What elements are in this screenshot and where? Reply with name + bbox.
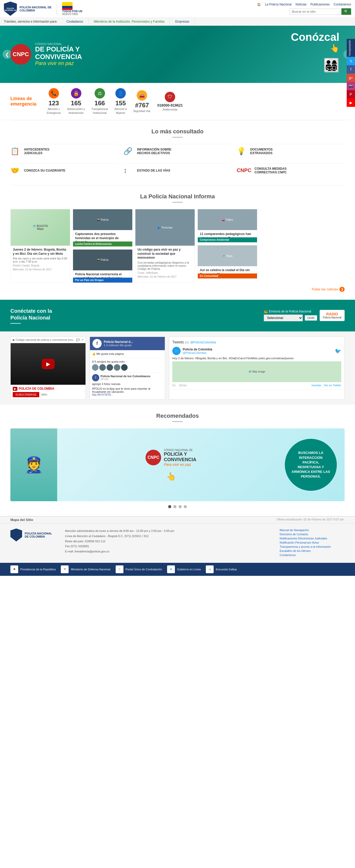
twitter-social-button[interactable]: 𝕏	[347, 57, 355, 65]
rec-hand-pointer: 👆	[166, 472, 176, 481]
banner-hand-icon: 👆	[291, 43, 340, 53]
radio-wave-icon: 📻	[264, 310, 268, 313]
youtube-social-button[interactable]: ▶	[347, 98, 355, 107]
policia-shield-logo: POLICÍA NACIONAL DE	[4, 2, 17, 16]
news-card-img-codigo: 👥 Personas	[135, 209, 195, 246]
news-grid-row1: 🗺️ BOGOTÁMapa Jueves 2 de febrero: Bogot…	[10, 209, 345, 283]
logo-area: POLICÍA NACIONAL DE POLICÍA NACIONAL DE …	[4, 2, 83, 16]
news-card-img-putumayo: 🚗 Tráfico	[198, 209, 257, 230]
emergency-item-123: 📞 123 Atención yEmergencia	[47, 88, 61, 115]
google-social-button[interactable]: g+	[347, 73, 355, 82]
footer-main: POLICÍA NACIONAL DE COLOMBIA Atención ad…	[0, 523, 355, 563]
emergency-label-166: TransparenciaInstitucional	[92, 107, 108, 114]
news-card-codigo[interactable]: 👥 Personas Un código para vivir en paz y…	[135, 209, 195, 283]
consulted-item-cuadrante[interactable]: 🤝 CONOZCA SU CUADRANTE	[10, 163, 118, 177]
footer-link-notif-personal[interactable]: Notificación Personal por Aviso	[280, 541, 345, 544]
fb-friend-avatar-1	[92, 364, 98, 371]
consulted-section: Lo más consultado 📋 ANTECEDENTESJUDICIAL…	[0, 120, 355, 185]
twitter-bird-icon: 🐦	[335, 348, 341, 354]
incorporacion-button[interactable]: Incorporación	[347, 39, 355, 57]
fb-post-page: Policía Nacional de los Colombianos	[101, 375, 151, 378]
search-input[interactable]	[290, 8, 342, 15]
flag-blue	[62, 6, 72, 8]
footer-contact-line5: E-mail: lineadirecta@policia.gov.co	[65, 549, 272, 554]
consulted-icon-hechos: 🔗	[124, 147, 134, 155]
search-button[interactable]: 🔍	[342, 8, 351, 15]
tweet-ver-twitter-link[interactable]: Ver en Twitter	[324, 384, 341, 387]
all-news-anchor[interactable]: Todas las noticias ❯	[311, 287, 345, 292]
facebook-social-button[interactable]: f	[347, 65, 355, 73]
rec-center-content: CNPC CÓDIGO NACIONAL DE POLICÍA Y CONVIV…	[57, 449, 285, 481]
consulted-icon-cnpc: CNPC	[237, 167, 252, 174]
emergency-icon-phone: 📞	[49, 88, 59, 98]
footer-link-escalafon[interactable]: Escalafón de los Héroes	[280, 549, 345, 552]
contactenos-nav-link[interactable]: Contáctenos	[334, 3, 351, 6]
consulted-item-documentos[interactable]: 💡 DOCUMENTOSEXTRAVIADOS	[237, 144, 345, 158]
news-card-celebra[interactable]: 🗺️ Mapa Así se celebra la ciudad el Día …	[197, 245, 257, 279]
footer-gallup: 📊 Encuesta Gallup	[206, 565, 237, 573]
tramites-miembros[interactable]: Miembros de la Institución, Pensionados …	[89, 18, 170, 26]
news-card-col2: 📸 Policía Capturamos dos presuntos homic…	[73, 209, 133, 283]
consulted-item-hechos[interactable]: 🔗 INFORMACIÓN SOBREHECHOS DELICTIVOS	[124, 144, 231, 158]
publicaciones-nav-link[interactable]: Publicaciones	[311, 3, 330, 6]
consulted-item-antecedentes[interactable]: 📋 ANTECEDENTESJUDICIALES	[10, 144, 118, 158]
rec-cnpc-circle: CNPC	[146, 450, 161, 465]
consulted-item-cnpc[interactable]: CNPC CONSULTA MEDIDASCORRECTIVAS CNPC	[237, 163, 345, 177]
consulted-divider	[172, 137, 183, 137]
social-sidebar: Incorporación 𝕏 f g+ 📷 P ▶	[347, 39, 355, 107]
consulted-title: Lo más consultado	[10, 128, 345, 135]
instagram-social-button[interactable]: 📷	[347, 82, 355, 90]
news-card-putumayo[interactable]: 🚗 Tráfico 11 comparendos pedagógicos han…	[197, 209, 257, 243]
tweet-user-info: 🐦 Policía de Colombia @PolicíaColombia 🐦	[172, 347, 341, 355]
rec-dot-4[interactable]	[184, 505, 187, 508]
consulted-item-vias[interactable]: ↕ ESTADO DE LAS VÍAS	[124, 163, 231, 177]
cnpc-logo-circle: CNPC	[10, 44, 31, 65]
emergency-number-123: 123	[47, 99, 61, 107]
radio-listen-button[interactable]: ODIR	[305, 315, 317, 320]
tweet-avatar: 🐦	[172, 347, 181, 355]
consulted-icon-cuadrante: 🤝	[10, 166, 21, 175]
fb-friend-avatar-3	[106, 364, 113, 371]
home-nav-link[interactable]: 🏠	[257, 3, 261, 6]
news-card-microtraf[interactable]: 📸 Policía Policía Nacional contrarresta …	[73, 249, 133, 283]
consulted-grid: 📋 ANTECEDENTESJUDICIALES 🔗 INFORMACIÓN S…	[10, 144, 345, 177]
news-card-bici[interactable]: 🗺️ BOGOTÁMapa Jueves 2 de febrero: Bogot…	[10, 209, 70, 283]
recomendados-divider	[172, 422, 183, 422]
youtube-video-player[interactable]: ▶	[11, 343, 86, 385]
footer-defensa-text: Ministerio de Defensa Nacional	[71, 568, 110, 571]
header-nav-search: 🏠 La Policía Nacional Noticias Publicaci…	[257, 3, 351, 15]
radio-station-select[interactable]: Seleccionar	[264, 315, 303, 321]
youtube-header-controls: 💬 ↗	[76, 338, 84, 342]
youtube-chat-icon: 💬	[76, 338, 80, 342]
noticias-nav-link[interactable]: Noticias	[295, 3, 306, 6]
radio-label-area: 📻 Emisora de la Policía Nacional Selecci…	[264, 310, 317, 321]
emergency-number-155: 155	[115, 99, 127, 107]
policia-nav-link[interactable]: La Policía Nacional	[265, 3, 292, 6]
youtube-play-button[interactable]: ▶	[41, 359, 55, 369]
emergency-icon-car: 🚗	[137, 90, 147, 101]
rec-dot-3[interactable]	[179, 505, 182, 508]
youtube-subscribe-button[interactable]: SUBSCRIBIRSE	[13, 392, 39, 397]
radio-controls: Seleccionar ODIR	[264, 315, 317, 321]
rec-badge-circle: BUSCAMOS LA INTERACCIÓN PACÍFICA, RESPET…	[285, 439, 337, 491]
footer-link-directorio[interactable]: Directorio de Contacto	[280, 533, 345, 536]
youtube-header: ▶ Código nacional de policía y convivenc…	[11, 337, 86, 343]
footer-logo-line2: DE COLOMBIA	[25, 535, 52, 538]
rec-dot-1[interactable]	[168, 505, 171, 508]
youtube-widget: ▶ Código nacional de policía y convivenc…	[10, 337, 86, 400]
footer-link-manual[interactable]: Manual de Navegación	[280, 528, 345, 532]
fb-friend-avatar-5	[121, 364, 128, 371]
tramites-ciudadanos[interactable]: Ciudadanos	[61, 18, 89, 26]
tweet-insertar-link[interactable]: Insertar	[312, 384, 321, 387]
youtube-video-count-icon: ▶	[13, 338, 15, 341]
tramites-empresas[interactable]: Empresas	[170, 18, 195, 26]
rec-cnpc-label3: CONVIVENCIA	[164, 457, 196, 462]
banner-people-emoji: 👨‍👩‍👧‍👦	[323, 58, 340, 73]
news-card-granada[interactable]: 📸 Policía Capturamos dos presuntos homic…	[73, 209, 133, 247]
footer-link-contactenos[interactable]: Contáctenos	[280, 553, 345, 557]
rec-dot-2[interactable]	[173, 505, 176, 508]
footer-link-transparencia[interactable]: Transparencia y acceso a la información	[280, 545, 345, 548]
pinterest-social-button[interactable]: P	[347, 90, 355, 98]
footer-link-notificaciones[interactable]: Notificaciones Electrónicas Judiciales	[280, 537, 345, 540]
fb-post-photos-text: agregó 3 fotos nuevas.	[92, 382, 163, 385]
